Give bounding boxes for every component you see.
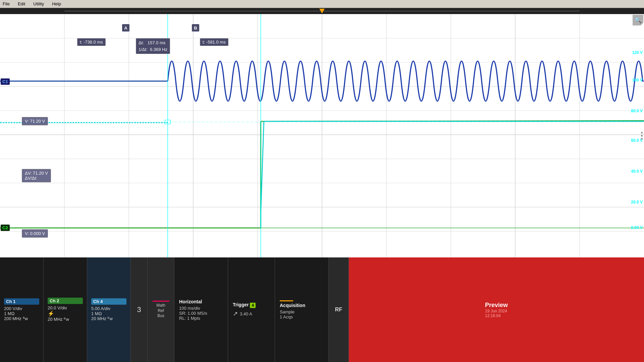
ch2-bw: 20 MHz ᴮw	[48, 317, 83, 322]
ch1-title: Ch 1	[4, 298, 39, 305]
trigger-badge: 4	[250, 303, 256, 308]
horizontal-div: 100 ms/div	[179, 306, 223, 311]
v-cursor-meas: V: 71.20 V	[22, 117, 48, 125]
trigger-level: 3.40 A	[240, 311, 252, 316]
menu-help[interactable]: Help	[52, 1, 61, 6]
menu-utility[interactable]: Utility	[33, 1, 44, 6]
ch4-title: Ch 4	[91, 298, 126, 305]
waveform-svg	[0, 14, 644, 257]
ch2-vdiv: 20.0 V/div	[48, 305, 83, 310]
c2-label: C2	[1, 225, 10, 231]
cursor-a-badge: A	[122, 24, 129, 32]
cursor-b-badge: B	[192, 24, 199, 32]
acquisition-title: Acquisition	[280, 303, 324, 308]
v-label-20: 20.0 V	[631, 200, 643, 204]
btn-3[interactable]: 3	[131, 257, 148, 362]
math-ref-bus-block[interactable]: MathRefBus	[148, 257, 174, 362]
preview-button[interactable]: Preview 19 Jun 202412:16:04	[349, 257, 644, 362]
v-label-0: 0.00 V	[631, 225, 643, 230]
status-bar: Ch 1 200 V/div 1 MΩ 200 MHz ᴮw Ch 2 20.0…	[0, 257, 644, 362]
v-label-80: 80.0 V	[631, 109, 643, 113]
trigger-title: Trigger	[233, 302, 249, 307]
horizontal-rl: RL: 1 Mpts	[179, 316, 223, 321]
ch1-block[interactable]: Ch 1 200 V/div 1 MΩ 200 MHz ᴮw	[0, 257, 44, 362]
acquisition-block[interactable]: Acquisition Sample 1 Acqs	[275, 257, 329, 362]
ch2-title: Ch 2	[48, 298, 83, 304]
ch2-block[interactable]: Ch 2 20.0 V/div ⚡ 20 MHz ᴮw	[44, 257, 87, 362]
c1-label: C1	[1, 78, 10, 85]
ch4-adiv: 5.00 A/div	[91, 306, 126, 311]
cursor-b-label: t: -581.0 ms	[200, 38, 228, 46]
ch1-bw: 200 MHz ᴮw	[4, 316, 39, 321]
rf-button[interactable]: RF	[329, 257, 349, 362]
trigger-marker	[319, 9, 325, 13]
math-ref-bus-label: MathRefBus	[156, 303, 165, 319]
v-label-40: 40.0 V	[631, 169, 643, 174]
ch2-coupling: ⚡	[48, 310, 83, 317]
trigger-block[interactable]: Trigger 4 ↗ 3.40 A	[228, 257, 275, 362]
menubar: File Edit Utility Help	[0, 0, 644, 8]
v-label-100: 100 V	[632, 78, 643, 82]
cursor-a-label: t: -738.0 ms	[77, 38, 106, 46]
scope-area: 🔍 A B t: -738.0 ms Δt: 157.0 ms 1/Δt: 6.…	[0, 14, 644, 257]
delta-v-meas: ΔV: 71.20 V ΔV/Δt:	[22, 169, 51, 182]
acquisition-mode: Sample	[280, 309, 324, 314]
math-ref-bus-line	[153, 301, 169, 302]
ch1-impedance: 1 MΩ	[4, 311, 39, 316]
magnifier-icon[interactable]: 🔍	[633, 15, 643, 25]
acquisition-count: 1 Acqs	[280, 314, 324, 319]
c2-v-meas: V: 0.000 V	[22, 229, 48, 238]
trigger-bar	[0, 8, 644, 14]
v-label-120: 120 V	[632, 50, 643, 55]
menu-edit[interactable]: Edit	[18, 1, 25, 6]
ch4-block[interactable]: Ch 4 5.00 A/div 1 MΩ 20 MHz ᴮw	[87, 257, 131, 362]
ch1-vdiv: 200 V/div	[4, 306, 39, 311]
cursor-delta-label: Δt: 157.0 ms 1/Δt: 6.369 Hz	[136, 38, 170, 54]
acquisition-orange-line	[280, 300, 293, 301]
ch4-bw: 20 MHz ᴮw	[91, 316, 126, 321]
horizontal-title: Horizontal	[179, 299, 223, 304]
horizontal-block[interactable]: Horizontal 100 ms/div SR: 1.00 MS/s RL: …	[174, 257, 228, 362]
ch4-impedance: 1 MΩ	[91, 311, 126, 316]
menu-file[interactable]: File	[3, 1, 10, 6]
horizontal-sr: SR: 1.00 MS/s	[179, 311, 223, 316]
dots-menu[interactable]	[640, 131, 644, 141]
